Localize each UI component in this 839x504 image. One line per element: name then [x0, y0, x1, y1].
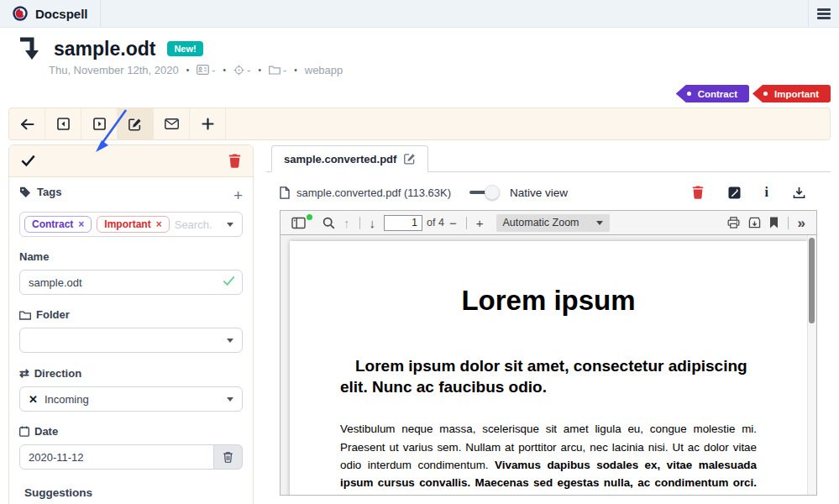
rename-attachment-icon[interactable]: [404, 153, 416, 165]
name-input-wrap: [19, 270, 243, 295]
caret-square-right-icon: [93, 118, 106, 130]
pdf-viewer: ↑ ↓ of 4 − + Automatic Zoom: [280, 210, 817, 496]
clear-direction-icon[interactable]: ✕: [29, 393, 38, 406]
item-toolbar: [8, 108, 831, 140]
envelope-icon: [165, 118, 179, 129]
correspondent-meta: -: [197, 64, 215, 76]
edit-attachment-button[interactable]: [728, 186, 741, 199]
next-item-button[interactable]: [81, 108, 118, 139]
date-label: Date: [19, 425, 243, 438]
download-attachment-button[interactable]: [793, 186, 805, 199]
edit-button[interactable]: [118, 108, 154, 139]
mail-button[interactable]: [154, 108, 190, 139]
menu-button[interactable]: [808, 0, 839, 27]
suggestions-heading: Suggestions: [24, 486, 243, 499]
item-meta: Thu, November 12th, 2020 • - • - • - • w…: [49, 63, 831, 76]
caret-square-left-icon: [57, 118, 70, 130]
item-header: sample.odt New!: [15, 34, 831, 63]
pdf-more-tools-button[interactable]: »: [794, 216, 810, 230]
plus-icon: [202, 118, 214, 130]
arrow-left-icon: [20, 118, 34, 130]
back-button[interactable]: [9, 108, 45, 139]
chevron-down-icon[interactable]: [227, 223, 233, 227]
prev-item-button[interactable]: [45, 108, 81, 139]
add-button[interactable]: [190, 108, 226, 139]
tag-chip-label: Contract: [32, 218, 73, 230]
chevron-down-icon: [596, 221, 603, 225]
remove-tag-icon[interactable]: ×: [78, 218, 84, 230]
pdf-scrollbar[interactable]: [807, 235, 815, 495]
delete-item-button[interactable]: [228, 154, 241, 168]
tags-label: Tags: [19, 186, 61, 198]
direction-select-value: Incoming: [45, 393, 89, 406]
native-view-toggle[interactable]: [469, 185, 500, 200]
folder-select[interactable]: [19, 328, 243, 353]
pdf-page-up-button[interactable]: ↑: [339, 217, 354, 229]
status-dot: [307, 214, 312, 220]
content: Tags + Contract × Important × Search.: [8, 144, 831, 504]
tag-ribbons: Contract Important: [8, 85, 831, 102]
crosshair-icon: [233, 65, 244, 76]
bullet-separator: •: [223, 66, 227, 75]
address-card-icon: [197, 65, 209, 75]
confirm-button[interactable]: [21, 155, 35, 167]
calendar-icon: [19, 426, 29, 437]
attachment-info-row: sample.converted.pdf (113.63K) Native vi…: [266, 172, 831, 210]
date-input-group: [19, 444, 243, 470]
item-date: Thu, November 12th, 2020: [49, 64, 179, 76]
tag-ribbon-contract[interactable]: Contract: [676, 85, 749, 102]
folder-label: Folder: [19, 308, 243, 321]
tag-ribbon-important[interactable]: Important: [752, 85, 831, 102]
pdf-bookmark-button[interactable]: [765, 217, 783, 228]
tags-search-placeholder: Search.: [175, 218, 212, 231]
folder-meta: -: [269, 64, 286, 76]
tag-chip-important[interactable]: Important ×: [97, 216, 169, 233]
pdf-scrollbar-thumb[interactable]: [809, 238, 815, 323]
main-panel: sample.converted.pdf sample.converted.pd…: [266, 144, 831, 496]
pdf-zoom-in-button[interactable]: +: [472, 216, 488, 230]
document-subtitle: Lorem ipsum dolor sit amet, consectetur …: [340, 355, 757, 397]
document-title: Lorem ipsum: [340, 285, 757, 317]
folder-icon: [269, 65, 281, 75]
pdf-page-down-button[interactable]: ↓: [365, 217, 380, 229]
clear-date-button[interactable]: [214, 444, 243, 470]
toolbar-divider: [359, 217, 360, 229]
tag-chip-label: Important: [104, 218, 150, 230]
chevron-down-icon: [227, 397, 233, 402]
bullet-separator: •: [186, 66, 190, 75]
pdf-zoom-select[interactable]: Automatic Zoom: [496, 214, 610, 232]
brand-link[interactable]: Docspell: [0, 0, 101, 27]
concerning-value: -: [247, 64, 250, 76]
toggle-knob: [485, 185, 500, 200]
attachment-tabs: sample.converted.pdf: [266, 144, 831, 172]
remove-tag-icon[interactable]: ×: [156, 218, 162, 230]
pdf-sidebar-toggle-button[interactable]: [287, 217, 310, 229]
pdf-page-input[interactable]: [384, 215, 422, 231]
name-input[interactable]: [19, 270, 243, 295]
pdf-body: Lorem ipsum Lorem ipsum dolor sit amet, …: [281, 235, 816, 495]
folder-icon: [19, 310, 31, 320]
info-button[interactable]: i: [765, 186, 768, 199]
pdf-zoom-value: Automatic Zoom: [503, 217, 579, 228]
level-down-arrow-icon: [15, 34, 42, 63]
toolbar-divider: [788, 217, 789, 229]
pdf-print-button[interactable]: [723, 217, 744, 228]
tags-multiselect[interactable]: Contract × Important × Search.: [19, 212, 243, 237]
tab-sample-converted-pdf[interactable]: sample.converted.pdf: [271, 145, 428, 172]
document-paragraph: Vestibulum neque massa, scelerisque sit …: [340, 420, 757, 495]
pdf-search-button[interactable]: [318, 217, 339, 229]
direction-label: ⇄ Direction: [19, 366, 243, 380]
delete-attachment-button[interactable]: [692, 186, 704, 199]
add-tag-button[interactable]: +: [233, 187, 243, 203]
file-icon: [280, 186, 290, 199]
page-title: sample.odt: [54, 38, 155, 60]
pdf-zoom-out-button[interactable]: −: [445, 216, 461, 230]
new-badge: New!: [167, 41, 202, 56]
edit-icon: [128, 118, 142, 131]
direction-select[interactable]: ✕ Incoming: [19, 386, 243, 412]
tag-chip-contract[interactable]: Contract ×: [24, 216, 92, 233]
pdf-save-button[interactable]: [744, 217, 765, 228]
native-view-label: Native view: [510, 186, 568, 199]
exchange-icon: ⇄: [19, 366, 29, 380]
date-input[interactable]: [19, 444, 214, 470]
